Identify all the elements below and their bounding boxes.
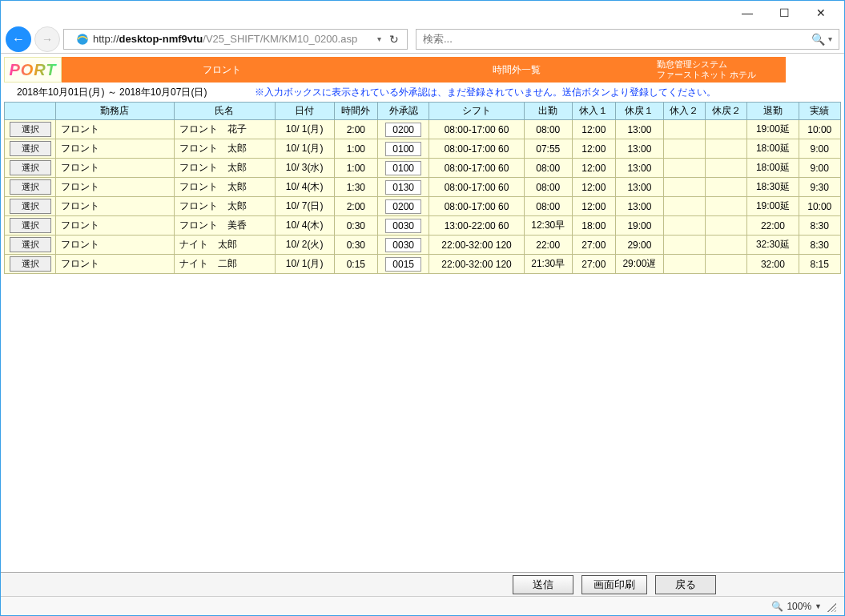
cell-break1out: 19:00 <box>616 216 663 236</box>
cell-approval[interactable]: 0100 <box>378 139 429 159</box>
url-dropdown-icon[interactable]: ▾ <box>372 34 386 43</box>
cell-break2in <box>663 255 705 274</box>
table-row: 選択フロントフロント 美香10/ 4(木)0:30003013:00-22:00… <box>5 216 841 236</box>
search-dropdown-icon[interactable]: ▾ <box>827 34 834 43</box>
cell-shift: 08:00-17:00 60 <box>429 197 525 216</box>
app-header: PORT フロント 時間外一覧 勤怠管理システム ファーストネット ホテル <box>4 57 841 83</box>
select-button[interactable]: 選択 <box>10 199 51 214</box>
col-clockout: 退勤 <box>747 103 799 120</box>
cell-date: 10/ 4(木) <box>275 178 334 197</box>
cell-break1in: 12:00 <box>572 120 616 139</box>
back-button[interactable]: 戻る <box>655 575 716 594</box>
cell-break2out <box>706 178 747 197</box>
cell-actual: 10:00 <box>799 120 840 139</box>
cell-actual: 9:30 <box>799 178 840 197</box>
col-date: 日付 <box>275 103 334 120</box>
cell-name: ナイト 二郎 <box>174 255 275 274</box>
cell-store: フロント <box>56 236 174 255</box>
cell-clockin: 08:00 <box>525 120 572 139</box>
cell-approval[interactable]: 0130 <box>378 178 429 197</box>
cell-name: フロント 太郎 <box>174 197 275 216</box>
cell-break1out: 13:00 <box>616 120 663 139</box>
footer-bar: 送信 画面印刷 戻る <box>1 572 844 596</box>
nav-forward-button[interactable]: → <box>34 26 60 52</box>
cell-date: 10/ 1(月) <box>275 255 334 274</box>
browser-window: — ☐ ✕ ← → http://desktop-nmf9vtu/V25_SHI… <box>0 0 845 616</box>
select-button[interactable]: 選択 <box>10 141 51 156</box>
cell-approval[interactable]: 0030 <box>378 236 429 255</box>
cell-shift: 08:00-17:00 60 <box>429 120 525 139</box>
search-input[interactable] <box>421 32 810 46</box>
col-store: 勤務店 <box>56 103 174 120</box>
zoom-icon[interactable]: 🔍 <box>771 601 783 612</box>
cell-clockout: 18:00延 <box>747 139 799 159</box>
select-button[interactable]: 選択 <box>10 179 51 195</box>
cell-clockin: 08:00 <box>525 159 572 178</box>
col-break2-out: 休戻２ <box>706 103 747 120</box>
cell-actual: 9:00 <box>799 159 840 178</box>
select-button[interactable]: 選択 <box>10 256 51 272</box>
cell-approval[interactable]: 0200 <box>378 197 429 216</box>
table-row: 選択フロントナイト 二郎10/ 1(月)0:15001522:00-32:00 … <box>5 255 841 274</box>
window-maximize-button[interactable]: ☐ <box>766 2 803 24</box>
cell-date: 10/ 7(日) <box>275 197 334 216</box>
cell-approval[interactable]: 0100 <box>378 159 429 178</box>
send-button[interactable]: 送信 <box>513 575 573 594</box>
cell-overtime: 1:00 <box>334 159 378 178</box>
table-row: 選択フロントフロント 花子10/ 1(月)2:00020008:00-17:00… <box>5 120 841 139</box>
cell-store: フロント <box>56 178 174 197</box>
cell-shift: 08:00-17:00 60 <box>429 178 525 197</box>
reload-button[interactable]: ↻ <box>386 33 402 46</box>
col-overtime: 時間外 <box>334 103 378 120</box>
cell-approval[interactable]: 0030 <box>378 216 429 236</box>
cell-overtime: 1:30 <box>334 178 378 197</box>
cell-clockout: 32:30延 <box>747 236 799 255</box>
cell-clockout: 18:30延 <box>747 178 799 197</box>
overtime-table: 勤務店 氏名 日付 時間外 外承認 シフト 出勤 休入１ 休戻１ 休入２ 休戻２… <box>4 102 841 274</box>
cell-break1in: 12:00 <box>572 139 616 159</box>
zoom-level: 100% <box>787 601 811 612</box>
cell-break1in: 12:00 <box>572 159 616 178</box>
table-row: 選択フロントフロント 太郎10/ 1(月)1:00010008:00-17:00… <box>5 139 841 159</box>
cell-clockin: 08:00 <box>525 197 572 216</box>
cell-name: フロント 太郎 <box>174 159 275 178</box>
cell-date: 10/ 2(火) <box>275 236 334 255</box>
table-row: 選択フロントフロント 太郎10/ 4(木)1:30013008:00-17:00… <box>5 178 841 197</box>
cell-break1in: 18:00 <box>572 216 616 236</box>
select-button[interactable]: 選択 <box>10 218 51 233</box>
cell-overtime: 2:00 <box>334 120 378 139</box>
cell-break2in <box>663 139 705 159</box>
address-bar[interactable]: http://desktop-nmf9vtu/V25_SHIFT/KM/KM10… <box>63 29 408 50</box>
select-button[interactable]: 選択 <box>10 122 51 137</box>
ie-icon <box>75 32 90 46</box>
nav-back-button[interactable]: ← <box>6 26 31 52</box>
page-content: PORT フロント 時間外一覧 勤怠管理システム ファーストネット ホテル 20… <box>1 54 844 572</box>
table-header-row: 勤務店 氏名 日付 時間外 外承認 シフト 出勤 休入１ 休戻１ 休入２ 休戻２… <box>5 103 841 120</box>
window-minimize-button[interactable]: — <box>729 2 766 24</box>
search-icon[interactable]: 🔍 <box>810 33 827 46</box>
cell-approval[interactable]: 0015 <box>378 255 429 274</box>
search-box[interactable]: 🔍 ▾ <box>416 29 839 50</box>
select-button[interactable]: 選択 <box>10 237 51 252</box>
cell-store: フロント <box>56 197 174 216</box>
cell-store: フロント <box>56 159 174 178</box>
cell-clockin: 07:55 <box>525 139 572 159</box>
cell-break2in <box>663 216 705 236</box>
window-close-button[interactable]: ✕ <box>803 2 839 24</box>
col-clockin: 出勤 <box>525 103 572 120</box>
cell-break1in: 27:00 <box>572 255 616 274</box>
zoom-dropdown-icon[interactable]: ▼ <box>815 602 822 610</box>
cell-break1out: 29:00 <box>616 236 663 255</box>
window-titlebar: — ☐ ✕ <box>1 1 844 25</box>
cell-overtime: 0:15 <box>334 255 378 274</box>
cell-name: フロント 花子 <box>174 120 275 139</box>
col-shift: シフト <box>429 103 525 120</box>
cell-actual: 9:00 <box>799 139 840 159</box>
cell-overtime: 2:00 <box>334 197 378 216</box>
cell-clockout: 19:00延 <box>747 120 799 139</box>
print-button[interactable]: 画面印刷 <box>581 575 647 594</box>
resize-grip-icon[interactable] <box>825 601 836 612</box>
cell-approval[interactable]: 0200 <box>378 120 429 139</box>
select-button[interactable]: 選択 <box>10 160 51 175</box>
cell-store: フロント <box>56 120 174 139</box>
